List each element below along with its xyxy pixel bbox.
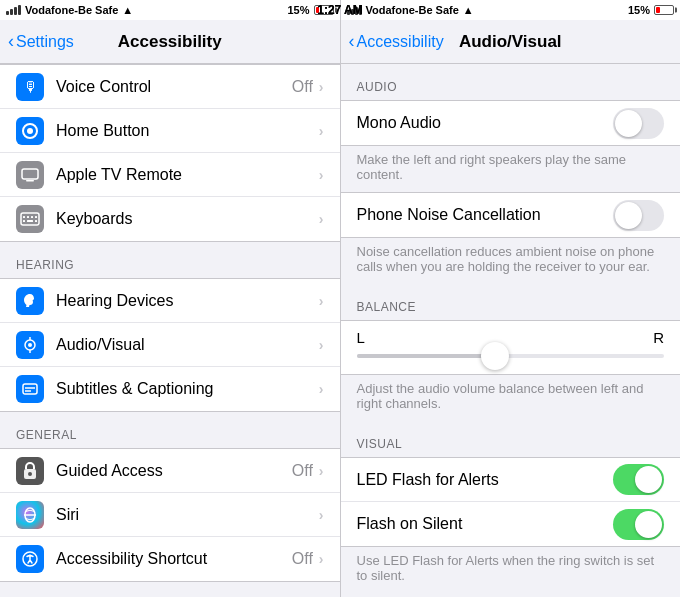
audio-section-header: AUDIO	[341, 64, 681, 100]
accessibility-shortcut-value: Off	[292, 550, 313, 568]
voice-control-label: Voice Control	[56, 78, 292, 96]
flash-silent-description: Use LED Flash for Alerts when the ring s…	[341, 547, 681, 593]
general-list-group: Guided Access Off › Siri › Accessibility…	[0, 448, 340, 582]
svg-point-13	[28, 343, 32, 347]
accessibility-shortcut-chevron: ›	[319, 551, 324, 567]
keyboards-label: Keyboards	[56, 210, 319, 228]
visual-list-group: LED Flash for Alerts Flash on Silent	[341, 457, 681, 547]
left-panel: Vodafone-Be Safe ▲ 1:27 AM 15% ‹ Setting…	[0, 0, 340, 597]
svg-rect-8	[35, 216, 37, 218]
list-item-hearing-devices[interactable]: Hearing Devices ›	[0, 279, 340, 323]
hearing-list-group: Hearing Devices › Audio/Visual › Subtitl…	[0, 278, 340, 412]
balance-track-fill	[357, 354, 495, 358]
phone-noise-group: Phone Noise Cancellation	[341, 192, 681, 238]
balance-right-label: R	[653, 329, 664, 346]
list-item-keyboards[interactable]: Keyboards ›	[0, 197, 340, 241]
battery-percent-label: 15%	[287, 4, 309, 16]
subtitles-icon	[16, 375, 44, 403]
home-button-label: Home Button	[56, 122, 319, 140]
right-back-button[interactable]: ‹ Accessibility	[349, 31, 444, 52]
flash-silent-label: Flash on Silent	[357, 515, 614, 533]
wifi-icon: ▲	[122, 4, 133, 16]
list-item-subtitles[interactable]: Subtitles & Captioning ›	[0, 367, 340, 411]
flash-silent-item[interactable]: Flash on Silent	[341, 502, 681, 546]
phone-noise-toggle[interactable]	[613, 200, 664, 231]
led-flash-item[interactable]: LED Flash for Alerts	[341, 458, 681, 502]
svg-rect-9	[23, 220, 25, 222]
carrier-label: Vodafone-Be Safe	[25, 4, 118, 16]
right-nav-bar: ‹ Accessibility Audio/Visual	[341, 20, 681, 64]
general-section-header: GENERAL	[0, 412, 340, 448]
list-item-home-button[interactable]: Home Button ›	[0, 109, 340, 153]
phone-noise-description: Noise cancellation reduces ambient noise…	[341, 238, 681, 284]
hearing-section-header: HEARING	[0, 242, 340, 278]
left-back-label: Settings	[16, 33, 74, 51]
list-item-apple-tv[interactable]: Apple TV Remote ›	[0, 153, 340, 197]
balance-thumb	[481, 342, 509, 370]
right-back-label: Accessibility	[357, 33, 444, 51]
flash-silent-toggle[interactable]	[613, 509, 664, 540]
apple-tv-label: Apple TV Remote	[56, 166, 319, 184]
list-item-guided-access[interactable]: Guided Access Off ›	[0, 449, 340, 493]
voice-control-value: Off	[292, 78, 313, 96]
phone-noise-item[interactable]: Phone Noise Cancellation	[341, 193, 681, 237]
left-back-button[interactable]: ‹ Settings	[8, 31, 74, 52]
hearing-devices-label: Hearing Devices	[56, 292, 319, 310]
siri-label: Siri	[56, 506, 319, 524]
svg-rect-10	[27, 220, 33, 222]
svg-point-20	[28, 472, 32, 476]
top-list-group: 🎙 Voice Control Off › Home Button › Appl…	[0, 64, 340, 242]
right-wifi-icon: ▲	[463, 4, 474, 16]
siri-chevron: ›	[319, 507, 324, 523]
subtitles-chevron: ›	[319, 381, 324, 397]
voice-control-icon: 🎙	[16, 73, 44, 101]
signal-icon	[6, 5, 21, 15]
audio-visual-icon	[16, 331, 44, 359]
subtitles-label: Subtitles & Captioning	[56, 380, 319, 398]
accessibility-shortcut-label: Accessibility Shortcut	[56, 550, 292, 568]
hearing-devices-chevron: ›	[319, 293, 324, 309]
svg-rect-16	[23, 384, 37, 394]
visual-section-header: VISUAL	[341, 421, 681, 457]
apple-tv-icon	[16, 161, 44, 189]
guided-access-icon	[16, 457, 44, 485]
left-status-bar: Vodafone-Be Safe ▲ 1:27 AM 15%	[0, 0, 340, 20]
svg-rect-7	[31, 216, 33, 218]
audio-visual-chevron: ›	[319, 337, 324, 353]
left-nav-bar: ‹ Settings Accessibility	[0, 20, 340, 64]
audio-list-group: Mono Audio	[341, 100, 681, 146]
led-flash-knob	[635, 466, 662, 493]
list-item-siri[interactable]: Siri ›	[0, 493, 340, 537]
balance-slider[interactable]	[357, 354, 665, 358]
svg-rect-2	[22, 169, 38, 179]
list-item-audio-visual[interactable]: Audio/Visual ›	[0, 323, 340, 367]
mono-audio-toggle[interactable]	[613, 108, 664, 139]
home-button-chevron: ›	[319, 123, 324, 139]
led-flash-toggle[interactable]	[613, 464, 664, 495]
balance-container: L R	[341, 320, 681, 375]
phone-noise-label: Phone Noise Cancellation	[357, 206, 614, 224]
keyboards-chevron: ›	[319, 211, 324, 227]
right-status-left: Vodafone-Be Safe ▲	[347, 4, 474, 16]
svg-rect-3	[26, 180, 34, 182]
siri-icon	[16, 501, 44, 529]
voice-control-chevron: ›	[319, 79, 324, 95]
list-item-accessibility-shortcut[interactable]: Accessibility Shortcut Off ›	[0, 537, 340, 581]
right-battery-icon	[654, 5, 674, 15]
list-item-voice-control[interactable]: 🎙 Voice Control Off ›	[0, 65, 340, 109]
left-settings-content: 🎙 Voice Control Off › Home Button › Appl…	[0, 64, 340, 597]
right-battery-percent: 15%	[628, 4, 650, 16]
right-time-label: 1:27 AM	[341, 3, 363, 17]
right-status-right: 15%	[628, 4, 674, 16]
guided-access-chevron: ›	[319, 463, 324, 479]
mono-audio-knob	[615, 110, 642, 137]
balance-left-label: L	[357, 329, 365, 346]
svg-rect-11	[35, 220, 37, 222]
balance-labels: L R	[357, 329, 665, 346]
flash-silent-knob	[635, 511, 662, 538]
audio-visual-label: Audio/Visual	[56, 336, 319, 354]
right-panel: Vodafone-Be Safe ▲ 1:27 AM 15% ‹ Accessi…	[341, 0, 681, 597]
keyboards-icon	[16, 205, 44, 233]
svg-rect-5	[23, 216, 25, 218]
mono-audio-item[interactable]: Mono Audio	[341, 101, 681, 145]
